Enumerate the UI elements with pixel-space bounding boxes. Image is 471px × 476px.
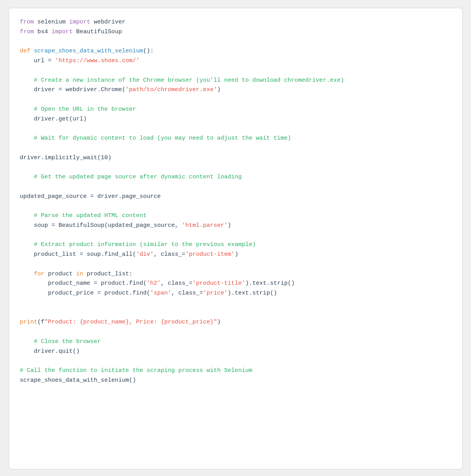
- token-normal: ():: [143, 48, 154, 54]
- token-normal: , class_=: [161, 280, 193, 287]
- token-kw-import: from: [20, 29, 34, 35]
- code-line: scrape_shoes_data_with_selenium(): [20, 377, 136, 384]
- code-line: driver.quit(): [20, 348, 80, 355]
- code-line: from selenium import webdriver: [20, 19, 126, 25]
- token-kw-import: import: [69, 19, 90, 25]
- token-normal: product_price = product.find(: [20, 290, 150, 296]
- code-container: from selenium import webdriver from bs4 …: [9, 8, 463, 469]
- token-normal: product_list:: [83, 271, 133, 277]
- token-string: 'html.parser': [182, 222, 228, 229]
- token-string: 'div': [136, 251, 154, 258]
- token-normal: driver.implicitly_wait(10): [20, 154, 112, 161]
- token-string: 'product-title': [193, 280, 245, 287]
- code-line: updated_page_source = driver.page_source: [20, 193, 161, 200]
- code-line: # Open the URL in the browser: [20, 106, 136, 113]
- token-normal: selenium: [34, 19, 69, 25]
- token-kw-for: in: [76, 271, 83, 277]
- code-line: # Call the function to initiate the scra…: [20, 367, 253, 374]
- code-line: url = 'https://www.shoes.com/': [20, 57, 140, 64]
- token-funcname: scrape_shoes_data_with_selenium: [34, 48, 143, 54]
- token-kw-def: def: [20, 48, 31, 54]
- token-comment: # Close the browser: [20, 338, 101, 345]
- code-line: product_price = product.find('span', cla…: [20, 290, 277, 296]
- token-kw-import: import: [52, 29, 73, 35]
- token-comment: # Create a new instance of the Chrome br…: [20, 77, 344, 84]
- code-block: from selenium import webdriver from bs4 …: [20, 18, 451, 386]
- code-line: # Create a new instance of the Chrome br…: [20, 77, 344, 84]
- code-line: # Wait for dynamic content to load (you …: [20, 135, 291, 142]
- code-line: soup = BeautifulSoup(updated_page_source…: [20, 222, 231, 229]
- token-normal: scrape_shoes_data_with_selenium(): [20, 377, 136, 384]
- token-normal: product_list = soup.find_all(: [20, 251, 136, 258]
- code-line: # Get the updated page source after dyna…: [20, 174, 242, 180]
- token-normal: ): [235, 251, 238, 258]
- code-line: driver.implicitly_wait(10): [20, 154, 112, 161]
- token-normal: url =: [20, 57, 55, 64]
- token-comment: # Open the URL in the browser: [20, 106, 136, 113]
- token-comment: # Wait for dynamic content to load (you …: [20, 135, 291, 142]
- token-kw-import: from: [20, 19, 34, 25]
- token-normal: [31, 48, 34, 54]
- token-string: 'path/to/chromedriver.exe': [126, 86, 217, 93]
- token-normal: , class_=: [171, 290, 203, 296]
- code-line: product_name = product.find('h2', class_…: [20, 280, 295, 287]
- token-string: 'product-item': [186, 251, 235, 258]
- code-line: # Parse the updated HTML content: [20, 212, 147, 219]
- token-normal: ).text.strip(): [245, 280, 295, 287]
- code-line: driver = webdriver.Chrome('path/to/chrom…: [20, 86, 221, 93]
- token-normal: webdriver: [90, 19, 126, 25]
- token-string: "Product: {product_name}, Price: {produc…: [45, 319, 217, 325]
- token-normal: BeautifulSoup: [73, 29, 122, 35]
- token-normal: ): [228, 222, 231, 229]
- token-string: 'https://www.shoes.com/': [55, 57, 140, 64]
- token-normal: driver.quit(): [20, 348, 80, 355]
- token-normal: driver.get(url): [20, 116, 87, 122]
- code-line: def scrape_shoes_data_with_selenium():: [20, 48, 154, 54]
- token-kw-print: print: [20, 319, 38, 325]
- token-comment: # Get the updated page source after dyna…: [20, 174, 242, 180]
- token-normal: ): [217, 319, 221, 325]
- code-line: for product in product_list:: [20, 271, 133, 277]
- token-normal: product: [45, 271, 76, 277]
- token-comment: # Call the function to initiate the scra…: [20, 367, 253, 374]
- token-string: 'h2': [147, 280, 161, 287]
- code-line: from bs4 import BeautifulSoup: [20, 29, 122, 35]
- token-kw-for: for: [20, 271, 45, 277]
- code-line: driver.get(url): [20, 116, 87, 122]
- token-normal: product_name = product.find(: [20, 280, 147, 287]
- token-normal: driver = webdriver.Chrome(: [20, 86, 126, 93]
- token-string: 'price': [203, 290, 228, 296]
- code-line: # Close the browser: [20, 338, 101, 345]
- token-normal: ).text.strip(): [228, 290, 277, 296]
- token-string: 'span': [150, 290, 171, 296]
- token-normal: ): [217, 86, 221, 93]
- token-normal: bs4: [34, 29, 52, 35]
- token-normal: , class_=: [154, 251, 186, 258]
- token-normal: updated_page_source = driver.page_source: [20, 193, 161, 200]
- code-line: product_list = soup.find_all('div', clas…: [20, 251, 238, 258]
- code-line: # Extract product information (similar t…: [20, 241, 256, 248]
- token-normal: (f: [38, 319, 45, 325]
- token-normal: soup = BeautifulSoup(updated_page_source…: [20, 222, 182, 229]
- token-comment: # Extract product information (similar t…: [20, 241, 256, 248]
- code-line: print(f"Product: {product_name}, Price: …: [20, 319, 221, 325]
- token-comment: # Parse the updated HTML content: [20, 212, 147, 219]
